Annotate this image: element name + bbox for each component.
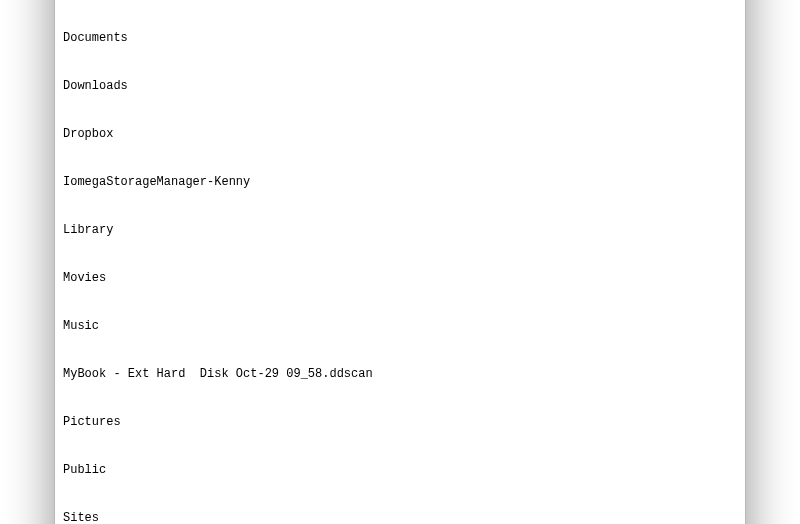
terminal-window: Kenny — bash — 93×26 Last login: Mon Apr… bbox=[55, 0, 745, 524]
list-item: Movies bbox=[63, 270, 737, 286]
list-item: Sites bbox=[63, 510, 737, 524]
list-item: Public bbox=[63, 462, 737, 478]
list-item: Dropbox bbox=[63, 126, 737, 142]
list-item: Pictures bbox=[63, 414, 737, 430]
list-item: IomegaStorageManager-Kenny bbox=[63, 174, 737, 190]
list-item: Downloads bbox=[63, 78, 737, 94]
list-item: Documents bbox=[63, 30, 737, 46]
terminal-output[interactable]: Last login: Mon Apr 13 11:46:14 on ttys0… bbox=[55, 0, 745, 524]
list-item: Music bbox=[63, 318, 737, 334]
list-item: MyBook - Ext Hard Disk Oct-29 09_58.ddsc… bbox=[63, 366, 737, 382]
list-item: Library bbox=[63, 222, 737, 238]
